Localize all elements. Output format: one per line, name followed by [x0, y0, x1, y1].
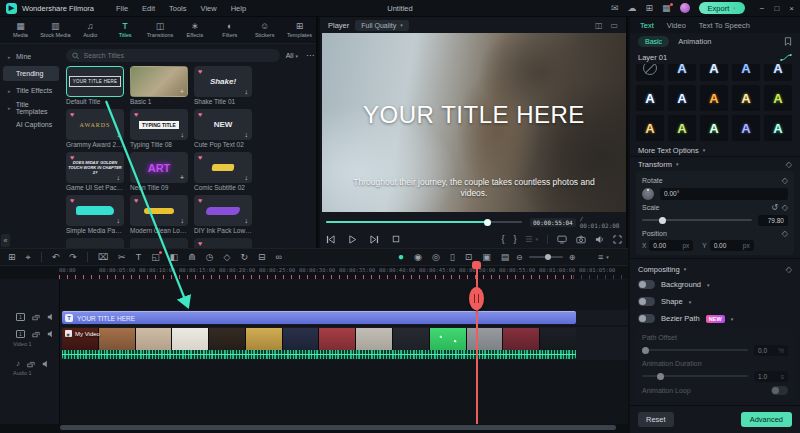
text-style-preset[interactable]: A [732, 85, 760, 111]
template-item[interactable]: ART + Neon Title 09 [130, 152, 188, 193]
mic-record-icon[interactable]: ▯ [450, 253, 455, 262]
sidebar-item[interactable]: AI Captions [3, 117, 59, 132]
redo-icon[interactable]: ↷ [69, 253, 77, 262]
favorite-heart-icon[interactable]: ♥ [198, 154, 202, 161]
text-style-preset[interactable]: A [764, 85, 792, 111]
reset-icon[interactable]: ↺ [771, 203, 778, 212]
keyframe-diamond-icon[interactable]: ◇ [782, 176, 788, 185]
template-item[interactable]: ♥ ↓ Comic Subtitle 02 [194, 152, 252, 193]
template-item[interactable]: ♥ ↓ Simple Media Pack Lo... [66, 195, 124, 236]
media-tab[interactable]: ▦ Media [4, 22, 37, 38]
keyframe-diamond-icon[interactable]: ◇ [782, 229, 788, 238]
avatar[interactable] [680, 3, 690, 13]
text-style-preset[interactable]: A [668, 115, 696, 141]
menu-item[interactable]: File [116, 4, 128, 13]
mask-icon[interactable]: ◧ [170, 253, 179, 262]
position-y-input[interactable]: px [710, 240, 754, 251]
text-style-preset[interactable]: A [700, 85, 728, 111]
favorite-heart-icon[interactable]: ♥ [70, 111, 74, 118]
favorite-heart-icon[interactable]: ♥ [198, 197, 202, 204]
close-button[interactable]: × [789, 4, 794, 13]
chevron-down-icon[interactable]: ▾ [606, 254, 609, 260]
template-item[interactable]: YOUR TITLE HERE Default Title [66, 66, 124, 107]
download-icon[interactable]: + [180, 88, 184, 95]
preview-viewport[interactable]: YOUR TITLE HERE Throughout their journey… [322, 33, 626, 212]
template-item[interactable]: ♥ NEW ↓ Cute Pop Text 02 [194, 109, 252, 150]
mark-out-icon[interactable]: } [513, 234, 516, 244]
split-icon[interactable]: ✂ [118, 253, 126, 262]
favorite-heart-icon[interactable]: ♥ [198, 68, 202, 75]
select-tool-icon[interactable]: ⌖ [26, 253, 31, 262]
mark-in-icon[interactable]: { [501, 234, 504, 244]
position-x-input[interactable]: px [649, 240, 693, 251]
next-frame-button[interactable] [370, 235, 379, 244]
mute-icon[interactable] [47, 313, 55, 321]
keyframe-diamond-icon[interactable]: ◇ [786, 160, 792, 169]
export-clip-icon[interactable]: ⊡ [465, 253, 473, 262]
download-icon[interactable]: ↓ [245, 217, 249, 224]
text-style-preset[interactable]: A [636, 85, 664, 111]
sidebar-item[interactable]: ▸ Mine [3, 49, 59, 64]
speed-icon[interactable]: ◷ [206, 253, 214, 262]
download-icon[interactable]: ↓ [117, 174, 121, 181]
template-item[interactable]: ♥ AWARDS ↓ Grammy Award 2024 ... [66, 109, 124, 150]
collapse-panel-button[interactable]: « [1, 234, 10, 247]
search-input[interactable] [66, 49, 280, 62]
tab-animation[interactable]: Animation [678, 37, 711, 46]
media-tab[interactable]: ◐ Filters [213, 22, 246, 38]
mute-icon[interactable] [42, 360, 50, 368]
crop-icon[interactable]: ◱ [151, 253, 160, 262]
download-icon[interactable]: ↓ [245, 131, 249, 138]
display-device-icon[interactable] [557, 235, 567, 244]
template-item[interactable]: ♥ ↓ DIY Ink Pack Lowerthi... [194, 195, 252, 236]
timeline-scrollbar[interactable] [60, 425, 616, 430]
quality-dropdown[interactable]: Full Quality▾ [355, 20, 409, 31]
sidebar-item[interactable]: Trending [3, 66, 59, 81]
download-icon[interactable]: ↓ [117, 131, 121, 138]
text-style-preset[interactable] [636, 64, 664, 81]
menu-item[interactable]: Help [231, 4, 246, 13]
undo-icon[interactable]: ↶ [52, 253, 60, 262]
marker-list-icon[interactable]: ▾ [525, 235, 538, 243]
mini-player-icon[interactable]: ▭ [610, 21, 618, 30]
download-icon[interactable]: ↓ [245, 174, 249, 181]
property-tab[interactable]: Video [667, 21, 686, 30]
magnet-icon[interactable]: ⋒ [188, 253, 196, 262]
rotate-icon[interactable]: ↻ [241, 253, 249, 262]
sidebar-item[interactable]: ▸ Title Effects [3, 83, 59, 98]
template-item[interactable]: ♥ [194, 238, 252, 248]
download-icon[interactable]: ↓ [181, 131, 185, 138]
template-item[interactable]: ♥ DOES MIDAS' GOLDEN TOUCH WORK IN CHAPT… [66, 152, 124, 193]
play-button[interactable] [348, 235, 357, 244]
favorite-heart-icon[interactable]: ♥ [198, 111, 202, 118]
download-icon[interactable]: ↓ [245, 88, 249, 95]
track-height-icon[interactable]: ≡ [598, 252, 603, 262]
fit-timeline-icon[interactable]: ▤ [501, 253, 510, 262]
favorite-heart-icon[interactable]: ♥ [134, 111, 138, 118]
playhead-grab-cursor[interactable] [469, 287, 484, 310]
media-tab[interactable]: T Titles [109, 22, 142, 38]
text-style-preset[interactable]: A [700, 115, 728, 141]
delete-icon[interactable]: ⌧ [98, 253, 108, 262]
download-icon[interactable]: ↓ [117, 217, 121, 224]
snapshot-icon[interactable]: ▣ [482, 253, 491, 262]
rotate-value-input[interactable] [660, 188, 788, 200]
toggle-switch[interactable] [638, 314, 655, 323]
subtrack-icon[interactable] [32, 313, 40, 321]
property-tab[interactable]: Text To Speech [699, 21, 750, 30]
template-item[interactable] [130, 238, 188, 248]
template-item[interactable]: ♥ TYPING TITLE ↓ Typing Title 08 [130, 109, 188, 150]
export-button[interactable]: Export▾ [699, 2, 745, 14]
track-manager-icon[interactable]: ⊞ [8, 253, 16, 262]
template-item[interactable]: ♥ ↓ Modern Clean Lower ... [130, 195, 188, 236]
download-icon[interactable]: ↓ [181, 217, 185, 224]
seek-handle[interactable] [484, 219, 491, 226]
toggle-switch[interactable] [638, 297, 655, 306]
media-tab[interactable]: ◫ Transitions [144, 22, 177, 38]
scale-slider[interactable] [642, 219, 752, 221]
media-tab[interactable]: ♫ Audio [74, 22, 107, 38]
media-tab[interactable]: ▥ Stock Media [39, 22, 72, 38]
path-offset-slider[interactable] [642, 349, 748, 351]
advanced-button[interactable]: Advanced [741, 412, 792, 427]
zoom-out-icon[interactable]: ⊖ [516, 253, 523, 262]
